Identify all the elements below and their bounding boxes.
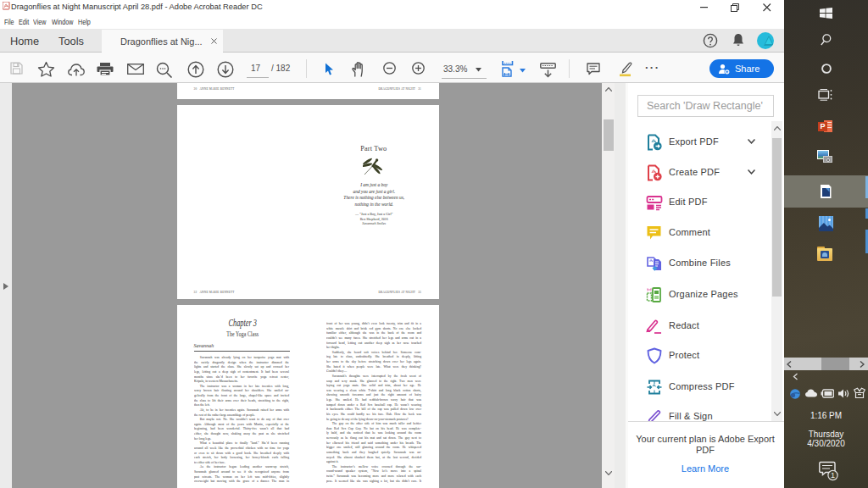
svg-text:1: 1 [831, 471, 835, 480]
